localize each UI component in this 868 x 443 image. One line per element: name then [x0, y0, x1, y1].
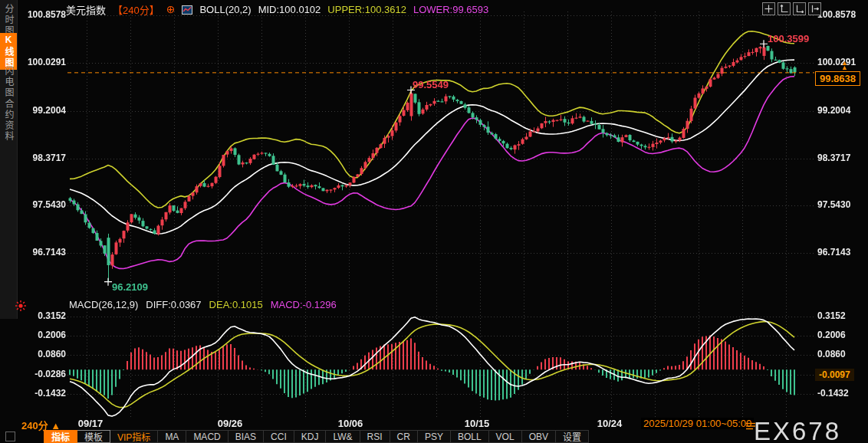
price-axis-label: 98.3717	[23, 153, 66, 164]
chart-canvas[interactable]	[0, 0, 868, 443]
macd-axis-label: 0.0860	[23, 349, 66, 360]
toolbar-button-lw[interactable]: LW&	[326, 430, 360, 443]
kline-chart-app: 分时图 K线图 闪电图 合约资料 美元指数 【240分】 ⊕ BOLL(20,2…	[0, 0, 868, 443]
corner-box[interactable]	[5, 432, 15, 441]
price-axis-label: 99.2004	[23, 105, 66, 116]
pan-icon[interactable]	[762, 2, 775, 15]
toolbar-button-obv[interactable]: OBV	[522, 430, 556, 443]
toolbar-button-psy[interactable]: PSY	[418, 430, 451, 443]
macd-axis-label: 0.0860	[817, 349, 846, 360]
price-axis-label: 97.5430	[817, 199, 850, 211]
toolbar-button-boll[interactable]: BOLL	[451, 430, 489, 443]
spike-price-annotation: 99.5549	[413, 79, 449, 90]
time-tick: 09/26	[218, 418, 243, 429]
hot-point-icon[interactable]	[15, 300, 27, 312]
current-bar-time-range: 2025/10/29 01:00~05:00	[641, 418, 754, 429]
menu-list-icon[interactable]	[746, 419, 755, 433]
period-label[interactable]: 【240分】	[113, 2, 159, 17]
toolbar-button-cr[interactable]: CR	[390, 430, 418, 443]
toolbar-button-ma[interactable]: MA	[158, 430, 186, 443]
toolbar-button-settings[interactable]: 设置	[556, 430, 589, 443]
last-price-badge: 99.8638	[815, 71, 860, 86]
macd-title: MACD(26,12,9)	[69, 299, 138, 310]
price-axis-label: 100.8578	[23, 9, 66, 21]
time-tick: 10/06	[338, 418, 363, 429]
price-axis-label: 100.0291	[23, 57, 66, 68]
macd-axis-label: 0.3152	[817, 310, 846, 322]
sidebar-tab-lightning[interactable]: 闪电图	[0, 64, 17, 100]
toolbar-button-cci[interactable]: CCI	[264, 430, 294, 443]
toolbar-button-macd[interactable]: MACD	[186, 430, 228, 443]
xaxis-zoom-icon[interactable]	[793, 2, 806, 15]
toolbar-button-rsi[interactable]: RSI	[360, 430, 390, 443]
macd-axis-label: -0.1432	[817, 388, 849, 399]
boll-mid: MID:100.0102	[258, 4, 321, 15]
sidebar: 分时图 K线图 闪电图 合约资料	[0, 0, 18, 319]
macd-hist-value: MACD:-0.1296	[271, 299, 337, 310]
macd-axis-label: -0.0286	[23, 369, 66, 380]
time-tick: 09/17	[78, 418, 104, 429]
macd-dea-value: DEA:0.1015	[209, 299, 263, 310]
chart-header: 美元指数 【240分】 ⊕ BOLL(20,2) MID:100.0102 UP…	[66, 2, 488, 17]
price-up-arrows-icon: ▲▲	[841, 61, 848, 70]
time-tick: 10/15	[465, 418, 490, 429]
price-axis-label: 97.5430	[23, 199, 66, 211]
toolbar-button-kdj[interactable]: KDJ	[294, 430, 327, 443]
mini-chart-icon[interactable]	[182, 5, 192, 15]
price-axis-label: 100.0291	[817, 57, 856, 68]
toolbar-button-template[interactable]: 模板	[77, 430, 110, 443]
low-price-annotation: 96.2109	[112, 281, 148, 293]
toolbar-button-vol[interactable]: VOL	[489, 430, 522, 443]
chart-tool-icons	[762, 2, 821, 15]
macd-axis-label: 0.2006	[23, 330, 66, 341]
watermark: EX678	[754, 417, 841, 443]
macd-axis-label: -0.1432	[23, 388, 66, 399]
macd-value-badge: -0.0097	[815, 369, 854, 381]
yaxis-zoom-icon[interactable]	[778, 2, 791, 15]
time-tick: 10/24	[597, 418, 623, 429]
toolbar-button-bias[interactable]: BIAS	[229, 430, 264, 443]
price-axis-label: 100.8578	[817, 9, 856, 21]
indicator-toolbar: 指标 模板 VIP指标 MA MACD BIAS CCI KDJ LW& RSI…	[44, 430, 589, 443]
price-axis-label: 96.7143	[23, 247, 66, 258]
macd-diff-value: DIFF:0.0367	[146, 299, 201, 310]
toolbar-button-indicator[interactable]: 指标	[44, 430, 77, 443]
boll-label: BOLL(20,2)	[199, 4, 251, 15]
high-price-annotation: 100.3599	[768, 33, 809, 44]
macd-axis-label: 0.2006	[817, 330, 846, 341]
boll-upper: UPPER:100.3612	[327, 4, 406, 15]
price-axis-label: 96.7143	[817, 247, 850, 258]
circle-plus-icon[interactable]: ⊕	[166, 5, 176, 15]
macd-header: MACD(26,12,9) DIFF:0.0367 DEA:0.1015 MAC…	[69, 299, 337, 310]
price-axis-label: 98.3717	[817, 153, 850, 164]
axis-shift-icon[interactable]	[808, 2, 821, 15]
price-axis-label: 99.2004	[817, 105, 850, 116]
macd-axis-label: 0.3152	[23, 310, 66, 322]
symbol-name: 美元指数	[66, 2, 106, 17]
sidebar-tab-contract-info[interactable]: 合约资料	[0, 97, 17, 143]
toolbar-button-vip[interactable]: VIP指标	[110, 430, 158, 443]
boll-lower: LOWER:99.6593	[413, 4, 488, 15]
